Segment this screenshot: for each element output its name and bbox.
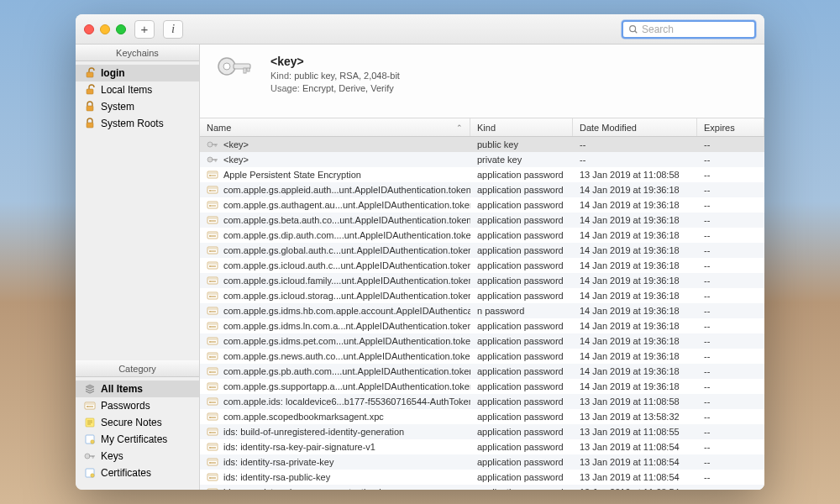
row-name: com.apple.gs.pb.auth.com....unt.AppleIDA… [223,366,470,376]
keychain-item-system-roots[interactable]: System Roots [76,115,199,132]
table-row[interactable]: com.apple.gs.global.auth.c...unt.AppleID… [200,243,764,258]
category-item-secure-notes[interactable]: Secure Notes [76,414,199,431]
note-icon [84,417,96,428]
row-date: 14 Jan 2019 at 19:36:18 [573,351,697,361]
table-row[interactable]: com.apple.gs.supportapp.a...unt.AppleIDA… [200,379,764,394]
row-expires: -- [697,260,764,270]
table-row[interactable]: com.apple.gs.news.auth.co...unt.AppleIDA… [200,349,764,364]
column-header-name[interactable]: Name ⌃ [200,118,470,136]
pwd-icon [207,275,218,286]
row-name: com.apple.gs.idms.hb.com.apple.account.A… [223,306,470,316]
row-expires: -- [697,472,764,482]
row-date: 13 Jan 2019 at 13:58:32 [573,412,697,422]
table-row[interactable]: com.apple.gs.icloud.family....unt.AppleI… [200,273,764,288]
category-item-keys[interactable]: Keys [76,448,199,465]
table-row[interactable]: ids: build-of-unregistered-identity-gene… [200,424,764,439]
row-kind: application password [470,276,573,286]
table-row[interactable]: <key>public key---- [200,137,764,152]
close-window-button[interactable] [84,24,94,34]
row-expires: -- [697,170,764,180]
keychain-item-local-items[interactable]: Local Items [76,81,199,98]
column-header-kind[interactable]: Kind [470,118,573,136]
sort-ascending-icon: ⌃ [456,123,463,132]
table-row[interactable]: com.apple.gs.idms.ln.com.a...nt.AppleIDA… [200,318,764,333]
table-header: Name ⌃ Kind Date Modified Expires [200,118,764,137]
table-row[interactable]: ids: identity-rsa-private-keyapplication… [200,454,764,470]
pwd-icon [207,486,218,490]
table-row[interactable]: com.apple.scopedbookmarksagent.xpcapplic… [200,409,764,424]
row-kind: application password [470,336,573,346]
detail-usage-label: Usage: [270,83,300,93]
table-row[interactable]: com.apple.gs.appleid.auth...unt.AppleIDA… [200,182,764,197]
search-input[interactable] [642,24,749,35]
table-row[interactable]: <key>private key---- [200,152,764,167]
table-row[interactable]: com.apple.gs.icloud.auth.c...unt.AppleID… [200,258,764,273]
pwd-icon [207,244,218,256]
row-kind: application password [470,245,573,255]
add-item-button[interactable]: + [134,20,155,39]
table-row[interactable]: com.apple.gs.pb.auth.com....unt.AppleIDA… [200,364,764,379]
row-name: ids: build-of-unregistered-identity-gene… [223,427,404,437]
table-row[interactable]: ids: unregistered-message-protection-key… [200,485,764,490]
pwd-icon [207,365,218,377]
cert-icon [84,433,96,445]
pwd-icon [207,184,218,196]
table-row[interactable]: com.apple.gs.idms.hb.com.apple.account.A… [200,303,764,318]
row-date: 14 Jan 2019 at 19:36:18 [573,321,697,331]
table-row[interactable]: com.apple.ids: localdevice6...b177-f5536… [200,394,764,409]
column-header-expires[interactable]: Expires [697,118,764,136]
row-name: com.apple.gs.appleid.auth...unt.AppleIDA… [223,185,470,195]
keychain-item-system[interactable]: System [76,98,199,115]
row-expires: -- [697,139,764,150]
zoom-window-button[interactable] [116,24,126,34]
category-item-my-certificates[interactable]: My Certificates [76,431,199,448]
pwd-icon [207,199,218,211]
pwd-icon [84,400,96,412]
table-row[interactable]: com.apple.gs.icloud.storag...unt.AppleID… [200,288,764,303]
search-icon [628,24,638,34]
row-kind: application password [470,412,573,422]
row-expires: -- [697,291,764,301]
row-kind: application password [470,457,573,467]
pwd-icon [207,411,218,423]
row-name: com.apple.gs.idms.pet.com...unt.AppleIDA… [223,336,470,346]
category-item-passwords[interactable]: Passwords [76,397,199,414]
row-kind: public key [470,139,573,150]
table-row[interactable]: com.apple.gs.beta.auth.co...unt.AppleIDA… [200,213,764,228]
category-item-certificates[interactable]: Certificates [76,465,199,481]
row-date: 13 Jan 2019 at 11:08:54 [573,472,697,482]
row-name: com.apple.scopedbookmarksagent.xpc [223,412,384,422]
row-name: com.apple.gs.authagent.au...unt.AppleIDA… [223,200,470,210]
table-row[interactable]: ids: identity-rsa-key-pair-signature-v1a… [200,439,764,454]
row-expires: -- [697,200,764,210]
row-date: 13 Jan 2019 at 11:08:54 [573,457,697,467]
row-name: ids: identity-rsa-private-key [223,457,333,467]
category-label: Certificates [101,467,151,479]
category-list: All ItemsPasswordsSecure NotesMy Certifi… [76,377,199,490]
row-kind: private key [470,155,573,165]
category-label: All Items [101,383,143,395]
row-date: -- [573,139,697,150]
category-item-all-items[interactable]: All Items [76,381,199,397]
keychains-header: Keychains [76,45,199,61]
search-field[interactable] [622,20,756,39]
row-date: 14 Jan 2019 at 19:36:18 [573,336,697,346]
column-header-date[interactable]: Date Modified [573,118,697,136]
cert-icon [84,467,96,479]
table-row[interactable]: com.apple.gs.idms.pet.com...unt.AppleIDA… [200,333,764,349]
table-row[interactable]: com.apple.gs.authagent.au...unt.AppleIDA… [200,197,764,213]
table-row[interactable]: com.apple.gs.dip.auth.com....unt.AppleID… [200,228,764,243]
row-date: 14 Jan 2019 at 19:36:18 [573,291,697,301]
row-expires: -- [697,245,764,255]
minimize-window-button[interactable] [100,24,110,34]
table-row[interactable]: Apple Persistent State Encryptionapplica… [200,167,764,182]
row-kind: application password [470,351,573,361]
keychain-item-login[interactable]: login [76,65,199,81]
row-date: 13 Jan 2019 at 11:08:55 [573,427,697,437]
row-name: ids: unregistered-message-protection-key [223,487,393,490]
info-button[interactable]: i [163,20,183,39]
pwd-icon [207,456,218,468]
table-body[interactable]: <key>public key----<key>private key----A… [200,137,764,490]
table-row[interactable]: ids: identity-rsa-public-keyapplication … [200,470,764,485]
lock-icon [84,101,96,113]
